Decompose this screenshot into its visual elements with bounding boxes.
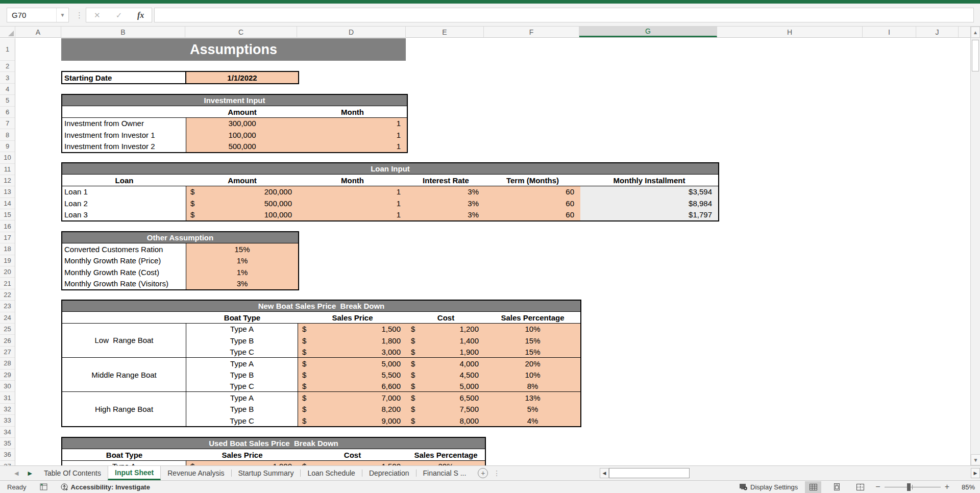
row-header[interactable]: 2 bbox=[0, 61, 15, 72]
investment-col-amount[interactable]: Amount bbox=[186, 106, 298, 117]
name-box[interactable]: G70 ▼ bbox=[7, 8, 69, 22]
boat-price[interactable]: $7,000 bbox=[298, 392, 407, 403]
column-header-c[interactable]: C bbox=[185, 27, 297, 37]
investment-month[interactable]: 1 bbox=[298, 129, 407, 140]
name-box-dropdown-icon[interactable]: ▼ bbox=[56, 8, 68, 22]
vertical-scroll-thumb[interactable] bbox=[972, 40, 979, 71]
loan-term[interactable]: 60 bbox=[485, 209, 580, 220]
assumption-value[interactable]: 15% bbox=[186, 243, 298, 255]
zoom-in-icon[interactable]: + bbox=[945, 482, 949, 491]
investment-label[interactable]: Investment from Owner bbox=[62, 118, 186, 129]
page-break-preview-button[interactable] bbox=[852, 481, 868, 493]
starting-date-value-cell[interactable]: 1/1/2022 bbox=[186, 72, 298, 83]
investment-col-month[interactable]: Month bbox=[298, 106, 407, 117]
row-header[interactable]: 32 bbox=[0, 404, 15, 415]
loan-col-interest[interactable]: Interest Rate bbox=[407, 175, 485, 185]
used-boat-col-price[interactable]: Sales Price bbox=[186, 449, 298, 460]
boat-price[interactable]: $3,000 bbox=[298, 347, 407, 357]
boat-pct[interactable]: 13% bbox=[485, 392, 580, 403]
boat-price[interactable]: $1,900 bbox=[186, 461, 298, 465]
other-assumption-title[interactable]: Other Assumption bbox=[62, 232, 298, 243]
loan-label[interactable]: Loan 1 bbox=[62, 186, 186, 198]
enter-check-icon[interactable]: ✓ bbox=[111, 11, 127, 20]
display-settings-button[interactable]: Display Settings bbox=[739, 483, 798, 491]
investment-label[interactable]: Investment from Investor 2 bbox=[62, 141, 186, 152]
row-header[interactable]: 31 bbox=[0, 392, 15, 403]
horizontal-scroll-track[interactable] bbox=[690, 468, 971, 478]
zoom-slider-handle[interactable] bbox=[907, 483, 911, 491]
loan-installment[interactable]: $8,984 bbox=[580, 198, 718, 209]
zoom-out-icon[interactable]: − bbox=[875, 482, 880, 491]
row-header[interactable]: 17 bbox=[0, 232, 15, 243]
accessibility-status[interactable]: Accessibility: Investigate bbox=[61, 483, 150, 491]
sheet-tab-table-of-contents[interactable]: Table Of Contents bbox=[37, 466, 108, 480]
row-header[interactable]: 9 bbox=[0, 141, 15, 152]
column-header-h[interactable]: H bbox=[717, 27, 863, 37]
empty-cell[interactable] bbox=[62, 312, 186, 323]
boat-type[interactable]: Type C bbox=[186, 381, 298, 391]
loan-interest[interactable]: 3% bbox=[407, 186, 485, 198]
boat-range-label[interactable]: High Range Boat bbox=[62, 392, 186, 426]
row-header[interactable]: 19 bbox=[0, 255, 15, 266]
row-header[interactable]: 23 bbox=[0, 301, 15, 312]
loan-term[interactable]: 60 bbox=[485, 186, 580, 198]
assumption-value[interactable]: 1% bbox=[186, 266, 298, 278]
sheet-grid[interactable]: Assumptions Starting Date 1/1/2022 Inves… bbox=[15, 38, 970, 465]
row-header[interactable]: 8 bbox=[0, 129, 15, 140]
loan-month[interactable]: 1 bbox=[298, 209, 407, 220]
new-sheet-icon[interactable]: + bbox=[478, 468, 488, 478]
boat-pct[interactable]: 8% bbox=[485, 381, 580, 391]
boat-pct[interactable]: 20% bbox=[485, 358, 580, 369]
investment-month[interactable]: 1 bbox=[298, 118, 407, 129]
boat-cost[interactable]: $4,000 bbox=[407, 358, 485, 369]
scroll-down-icon[interactable]: ▼ bbox=[971, 454, 980, 465]
row-header[interactable]: 34 bbox=[0, 427, 15, 438]
row-header[interactable]: 26 bbox=[0, 335, 15, 346]
formula-input[interactable] bbox=[154, 8, 974, 22]
boat-type[interactable]: Type B bbox=[186, 335, 298, 346]
horizontal-scrollbar[interactable]: ◀ ▶ bbox=[600, 466, 980, 480]
boat-pct[interactable]: 4% bbox=[485, 415, 580, 426]
loan-installment[interactable]: $3,594 bbox=[580, 186, 718, 198]
sheet-tab-depreciation[interactable]: Depreciation bbox=[362, 466, 416, 480]
loan-col-loan[interactable]: Loan bbox=[62, 175, 186, 185]
loan-interest[interactable]: 3% bbox=[407, 198, 485, 209]
column-header-j[interactable]: J bbox=[916, 27, 959, 37]
boat-price[interactable]: $8,200 bbox=[298, 404, 407, 415]
tab-scroll-left-icon[interactable]: ◀ bbox=[14, 470, 18, 477]
sheet-tab-financial-s[interactable]: Financial S ... bbox=[416, 466, 473, 480]
boat-cost[interactable]: $1,400 bbox=[407, 335, 485, 346]
row-header[interactable]: 5 bbox=[0, 95, 15, 106]
row-header[interactable]: 13 bbox=[0, 186, 15, 198]
row-header[interactable]: 16 bbox=[0, 220, 15, 232]
assumption-label[interactable]: Monthly Growth Rate (Visitors) bbox=[62, 278, 186, 289]
new-boat-title[interactable]: New Boat Sales Price Break Down bbox=[62, 301, 580, 312]
cancel-icon[interactable]: ✕ bbox=[89, 11, 105, 20]
column-header-b[interactable]: B bbox=[61, 27, 185, 37]
boat-type[interactable]: Type C bbox=[186, 415, 298, 426]
assumption-value[interactable]: 1% bbox=[186, 255, 298, 266]
row-header[interactable]: 21 bbox=[0, 278, 15, 289]
zoom-slider-track[interactable] bbox=[885, 487, 941, 487]
insert-function-icon[interactable]: fx bbox=[133, 11, 149, 20]
loan-installment[interactable]: $1,797 bbox=[580, 209, 718, 220]
boat-price[interactable]: $5,500 bbox=[298, 369, 407, 380]
loan-term[interactable]: 60 bbox=[485, 198, 580, 209]
boat-range-label[interactable]: Low Range Boat bbox=[62, 324, 186, 358]
assumption-label[interactable]: Monthly Growth Rate (Cost) bbox=[62, 266, 186, 278]
boat-price[interactable]: $9,000 bbox=[298, 415, 407, 426]
boat-price[interactable]: $6,600 bbox=[298, 381, 407, 391]
select-all-corner[interactable] bbox=[0, 27, 15, 37]
boat-pct[interactable]: 20% bbox=[407, 461, 485, 465]
row-header[interactable]: 29 bbox=[0, 369, 15, 381]
row-header[interactable]: 11 bbox=[0, 164, 15, 175]
investment-amount[interactable]: 500,000 bbox=[186, 141, 298, 152]
new-boat-col-pct[interactable]: Sales Percentage bbox=[485, 312, 580, 323]
sheet-title-cell[interactable]: Assumptions bbox=[61, 38, 406, 61]
boat-cost[interactable]: $7,500 bbox=[407, 404, 485, 415]
loan-col-amount[interactable]: Amount bbox=[186, 175, 298, 185]
empty-cell[interactable] bbox=[62, 106, 186, 117]
sheet-tab-revenue-analysis[interactable]: Revenue Analysis bbox=[161, 466, 231, 480]
loan-col-term[interactable]: Term (Months) bbox=[485, 175, 580, 185]
row-header[interactable]: 30 bbox=[0, 381, 15, 392]
